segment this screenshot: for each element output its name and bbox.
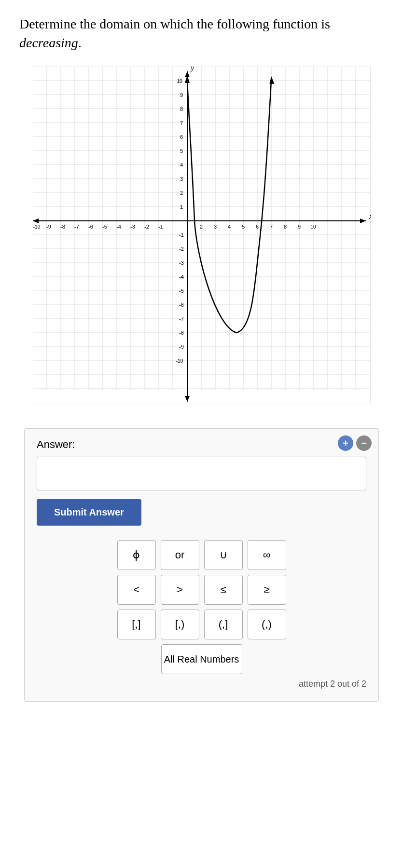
attempt-text: attempt 2 out of 2 (37, 679, 366, 689)
expand-button[interactable]: + (338, 435, 353, 451)
svg-text:8: 8 (283, 224, 286, 230)
svg-text:-2: -2 (144, 224, 149, 230)
all-real-numbers-button[interactable]: All Real Numbers (161, 644, 242, 674)
svg-text:-3: -3 (179, 260, 184, 266)
svg-text:-6: -6 (88, 224, 93, 230)
less-than-button[interactable]: < (117, 575, 156, 605)
svg-text:-8: -8 (179, 330, 184, 336)
bracket-half-open-left-button[interactable]: (,] (204, 610, 243, 639)
or-button[interactable]: or (161, 540, 199, 570)
svg-text:3: 3 (213, 224, 216, 230)
empty-set-button[interactable]: ϕ (117, 540, 156, 570)
svg-text:4: 4 (180, 162, 182, 168)
svg-text:-4: -4 (179, 274, 184, 280)
graph-container: x y -1 -2 -3 -4 -5 -6 -7 -8 -9 -10 2 3 4… (19, 67, 384, 404)
svg-text:-7: -7 (74, 224, 79, 230)
symbol-row-4: All Real Numbers (161, 644, 242, 674)
svg-text:-9: -9 (179, 344, 184, 350)
svg-text:-2: -2 (179, 246, 184, 252)
bracket-half-open-right-button[interactable]: [,) (161, 610, 199, 639)
svg-text:9: 9 (180, 92, 182, 98)
union-button[interactable]: ∪ (204, 540, 243, 570)
symbol-row-1: ϕ or ∪ ∞ (117, 540, 286, 570)
svg-text:-10: -10 (176, 358, 183, 364)
svg-text:-10: -10 (33, 224, 40, 230)
svg-text:-1: -1 (158, 224, 163, 230)
box-controls: + − (338, 435, 372, 451)
svg-text:9: 9 (297, 224, 300, 230)
answer-input[interactable] (37, 457, 366, 490)
svg-rect-0 (33, 67, 371, 404)
svg-text:5: 5 (180, 148, 182, 154)
svg-text:-4: -4 (116, 224, 121, 230)
svg-text:-7: -7 (179, 316, 184, 322)
bracket-closed-button[interactable]: [,] (117, 610, 156, 639)
svg-text:-5: -5 (179, 288, 184, 294)
answer-label: Answer: (37, 438, 366, 451)
greater-equal-button[interactable]: ≥ (248, 575, 286, 605)
svg-text:5: 5 (241, 224, 244, 230)
question-text: Determine the domain on which the follow… (19, 14, 384, 52)
answer-panel: + − Answer: Submit Answer ϕ or ∪ ∞ < > ≤… (24, 428, 379, 702)
svg-text:x: x (369, 212, 371, 220)
svg-text:-8: -8 (60, 224, 65, 230)
svg-text:-9: -9 (46, 224, 51, 230)
svg-text:1: 1 (180, 204, 182, 210)
infinity-button[interactable]: ∞ (248, 540, 286, 570)
bracket-open-button[interactable]: (,) (248, 610, 286, 639)
svg-text:6: 6 (255, 224, 258, 230)
symbol-grid: ϕ or ∪ ∞ < > ≤ ≥ [,] [,) (,] (,) All Rea… (37, 540, 366, 674)
greater-than-button[interactable]: > (161, 575, 199, 605)
svg-text:7: 7 (269, 224, 272, 230)
svg-text:y: y (190, 67, 195, 72)
svg-text:-1: -1 (179, 232, 184, 238)
svg-text:7: 7 (180, 120, 182, 126)
svg-text:6: 6 (180, 134, 182, 140)
svg-text:-5: -5 (102, 224, 107, 230)
svg-text:2: 2 (199, 224, 202, 230)
svg-text:10: 10 (177, 79, 182, 84)
svg-text:2: 2 (180, 190, 182, 196)
symbol-row-3: [,] [,) (,] (,) (117, 610, 286, 639)
svg-text:10: 10 (310, 224, 316, 230)
svg-text:-6: -6 (179, 302, 184, 308)
svg-text:4: 4 (227, 224, 230, 230)
less-equal-button[interactable]: ≤ (204, 575, 243, 605)
svg-text:3: 3 (180, 176, 182, 182)
collapse-button[interactable]: − (356, 435, 372, 451)
submit-button[interactable]: Submit Answer (37, 499, 141, 526)
symbol-row-2: < > ≤ ≥ (117, 575, 286, 605)
svg-text:8: 8 (180, 106, 182, 112)
graph-svg: x y -1 -2 -3 -4 -5 -6 -7 -8 -9 -10 2 3 4… (33, 67, 371, 404)
svg-text:-3: -3 (130, 224, 135, 230)
